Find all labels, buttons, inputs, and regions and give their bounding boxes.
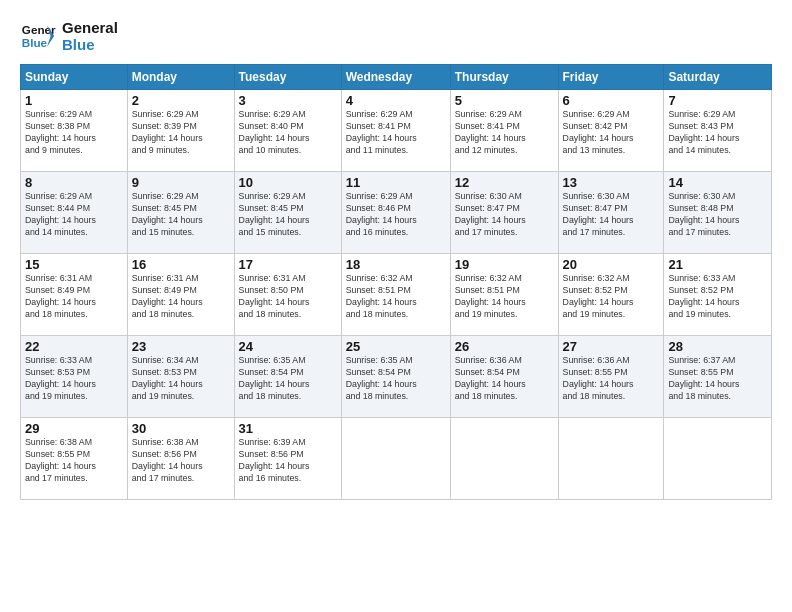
day-info: Sunrise: 6:35 AM Sunset: 8:54 PM Dayligh… [346,355,446,403]
calendar-cell: 7 Sunrise: 6:29 AM Sunset: 8:43 PM Dayli… [664,90,772,172]
calendar-cell: 19 Sunrise: 6:32 AM Sunset: 8:51 PM Dayl… [450,254,558,336]
svg-text:Blue: Blue [22,36,48,49]
day-number: 3 [239,93,337,108]
calendar-cell: 25 Sunrise: 6:35 AM Sunset: 8:54 PM Dayl… [341,336,450,418]
calendar-week-row: 8 Sunrise: 6:29 AM Sunset: 8:44 PM Dayli… [21,172,772,254]
calendar-cell: 18 Sunrise: 6:32 AM Sunset: 8:51 PM Dayl… [341,254,450,336]
calendar-cell: 14 Sunrise: 6:30 AM Sunset: 8:48 PM Dayl… [664,172,772,254]
day-number: 7 [668,93,767,108]
calendar-cell: 27 Sunrise: 6:36 AM Sunset: 8:55 PM Dayl… [558,336,664,418]
calendar-cell: 2 Sunrise: 6:29 AM Sunset: 8:39 PM Dayli… [127,90,234,172]
calendar-week-row: 29 Sunrise: 6:38 AM Sunset: 8:55 PM Dayl… [21,418,772,500]
calendar-week-row: 22 Sunrise: 6:33 AM Sunset: 8:53 PM Dayl… [21,336,772,418]
calendar-cell: 29 Sunrise: 6:38 AM Sunset: 8:55 PM Dayl… [21,418,128,500]
calendar-cell: 28 Sunrise: 6:37 AM Sunset: 8:55 PM Dayl… [664,336,772,418]
day-info: Sunrise: 6:29 AM Sunset: 8:41 PM Dayligh… [346,109,446,157]
day-info: Sunrise: 6:29 AM Sunset: 8:42 PM Dayligh… [563,109,660,157]
calendar-cell: 24 Sunrise: 6:35 AM Sunset: 8:54 PM Dayl… [234,336,341,418]
day-number: 19 [455,257,554,272]
day-number: 1 [25,93,123,108]
calendar-cell: 3 Sunrise: 6:29 AM Sunset: 8:40 PM Dayli… [234,90,341,172]
calendar-cell: 6 Sunrise: 6:29 AM Sunset: 8:42 PM Dayli… [558,90,664,172]
day-info: Sunrise: 6:29 AM Sunset: 8:45 PM Dayligh… [239,191,337,239]
calendar-week-row: 1 Sunrise: 6:29 AM Sunset: 8:38 PM Dayli… [21,90,772,172]
day-info: Sunrise: 6:35 AM Sunset: 8:54 PM Dayligh… [239,355,337,403]
day-info: Sunrise: 6:29 AM Sunset: 8:44 PM Dayligh… [25,191,123,239]
day-number: 24 [239,339,337,354]
day-number: 30 [132,421,230,436]
day-number: 17 [239,257,337,272]
day-info: Sunrise: 6:30 AM Sunset: 8:47 PM Dayligh… [455,191,554,239]
day-number: 21 [668,257,767,272]
day-number: 11 [346,175,446,190]
calendar-cell: 12 Sunrise: 6:30 AM Sunset: 8:47 PM Dayl… [450,172,558,254]
day-number: 29 [25,421,123,436]
day-info: Sunrise: 6:29 AM Sunset: 8:41 PM Dayligh… [455,109,554,157]
day-info: Sunrise: 6:31 AM Sunset: 8:49 PM Dayligh… [25,273,123,321]
day-number: 6 [563,93,660,108]
day-number: 25 [346,339,446,354]
day-info: Sunrise: 6:34 AM Sunset: 8:53 PM Dayligh… [132,355,230,403]
day-number: 4 [346,93,446,108]
day-info: Sunrise: 6:29 AM Sunset: 8:43 PM Dayligh… [668,109,767,157]
calendar-cell: 8 Sunrise: 6:29 AM Sunset: 8:44 PM Dayli… [21,172,128,254]
column-header-saturday: Saturday [664,65,772,90]
day-number: 15 [25,257,123,272]
day-number: 10 [239,175,337,190]
calendar-cell: 23 Sunrise: 6:34 AM Sunset: 8:53 PM Dayl… [127,336,234,418]
day-number: 26 [455,339,554,354]
day-number: 23 [132,339,230,354]
logo: General Blue General Blue [20,18,118,54]
calendar-cell: 22 Sunrise: 6:33 AM Sunset: 8:53 PM Dayl… [21,336,128,418]
calendar-week-row: 15 Sunrise: 6:31 AM Sunset: 8:49 PM Dayl… [21,254,772,336]
calendar-cell: 10 Sunrise: 6:29 AM Sunset: 8:45 PM Dayl… [234,172,341,254]
calendar-cell: 31 Sunrise: 6:39 AM Sunset: 8:56 PM Dayl… [234,418,341,500]
day-number: 27 [563,339,660,354]
day-info: Sunrise: 6:37 AM Sunset: 8:55 PM Dayligh… [668,355,767,403]
logo-text: General Blue [62,19,118,54]
day-info: Sunrise: 6:29 AM Sunset: 8:46 PM Dayligh… [346,191,446,239]
calendar-cell: 20 Sunrise: 6:32 AM Sunset: 8:52 PM Dayl… [558,254,664,336]
calendar-cell: 16 Sunrise: 6:31 AM Sunset: 8:49 PM Dayl… [127,254,234,336]
calendar-cell: 17 Sunrise: 6:31 AM Sunset: 8:50 PM Dayl… [234,254,341,336]
day-info: Sunrise: 6:38 AM Sunset: 8:55 PM Dayligh… [25,437,123,485]
calendar-cell: 9 Sunrise: 6:29 AM Sunset: 8:45 PM Dayli… [127,172,234,254]
day-info: Sunrise: 6:30 AM Sunset: 8:48 PM Dayligh… [668,191,767,239]
column-header-friday: Friday [558,65,664,90]
day-info: Sunrise: 6:36 AM Sunset: 8:55 PM Dayligh… [563,355,660,403]
calendar-header-row: SundayMondayTuesdayWednesdayThursdayFrid… [21,65,772,90]
column-header-thursday: Thursday [450,65,558,90]
day-number: 13 [563,175,660,190]
day-number: 16 [132,257,230,272]
calendar-cell [341,418,450,500]
day-info: Sunrise: 6:31 AM Sunset: 8:49 PM Dayligh… [132,273,230,321]
day-number: 9 [132,175,230,190]
day-info: Sunrise: 6:31 AM Sunset: 8:50 PM Dayligh… [239,273,337,321]
day-info: Sunrise: 6:32 AM Sunset: 8:52 PM Dayligh… [563,273,660,321]
calendar: SundayMondayTuesdayWednesdayThursdayFrid… [20,64,772,500]
day-number: 28 [668,339,767,354]
logo-icon: General Blue [20,18,56,54]
calendar-cell: 15 Sunrise: 6:31 AM Sunset: 8:49 PM Dayl… [21,254,128,336]
calendar-cell [664,418,772,500]
calendar-cell: 1 Sunrise: 6:29 AM Sunset: 8:38 PM Dayli… [21,90,128,172]
column-header-wednesday: Wednesday [341,65,450,90]
day-number: 12 [455,175,554,190]
calendar-cell: 4 Sunrise: 6:29 AM Sunset: 8:41 PM Dayli… [341,90,450,172]
calendar-cell: 13 Sunrise: 6:30 AM Sunset: 8:47 PM Dayl… [558,172,664,254]
day-number: 2 [132,93,230,108]
calendar-cell: 5 Sunrise: 6:29 AM Sunset: 8:41 PM Dayli… [450,90,558,172]
day-info: Sunrise: 6:32 AM Sunset: 8:51 PM Dayligh… [346,273,446,321]
calendar-cell: 11 Sunrise: 6:29 AM Sunset: 8:46 PM Dayl… [341,172,450,254]
calendar-cell [450,418,558,500]
day-info: Sunrise: 6:29 AM Sunset: 8:40 PM Dayligh… [239,109,337,157]
day-info: Sunrise: 6:29 AM Sunset: 8:45 PM Dayligh… [132,191,230,239]
column-header-tuesday: Tuesday [234,65,341,90]
day-info: Sunrise: 6:29 AM Sunset: 8:39 PM Dayligh… [132,109,230,157]
day-info: Sunrise: 6:36 AM Sunset: 8:54 PM Dayligh… [455,355,554,403]
day-number: 18 [346,257,446,272]
day-info: Sunrise: 6:29 AM Sunset: 8:38 PM Dayligh… [25,109,123,157]
calendar-cell: 21 Sunrise: 6:33 AM Sunset: 8:52 PM Dayl… [664,254,772,336]
day-info: Sunrise: 6:39 AM Sunset: 8:56 PM Dayligh… [239,437,337,485]
calendar-cell: 30 Sunrise: 6:38 AM Sunset: 8:56 PM Dayl… [127,418,234,500]
